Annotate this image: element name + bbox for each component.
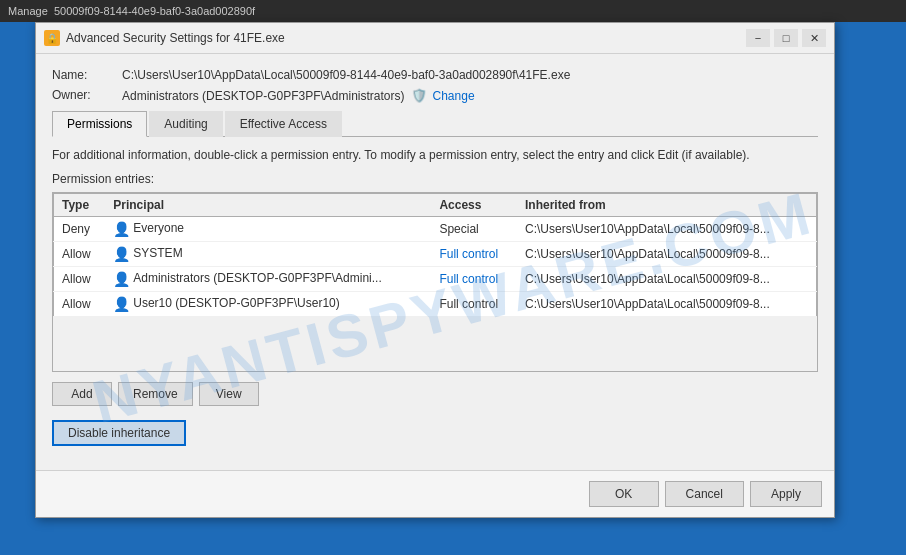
tab-content: For additional information, double-click… (52, 137, 818, 456)
permission-entries-label: Permission entries: (52, 172, 818, 186)
name-value: C:\Users\User10\AppData\Local\50009f09-8… (122, 68, 570, 82)
cell-type: Allow (54, 266, 106, 291)
shield-icon: 🛡️ (411, 88, 427, 103)
col-principal: Principal (105, 193, 431, 216)
cell-type: Allow (54, 241, 106, 266)
table-row[interactable]: Allow👤Administrators (DESKTOP-G0PF3PF\Ad… (54, 266, 817, 291)
col-access: Access (431, 193, 517, 216)
permission-table: Type Principal Access Inherited from Den… (53, 193, 817, 317)
taskbar-hint: Manage 50009f09-8144-40e9-baf0-3a0ad0028… (0, 0, 906, 22)
cell-access: Full control (431, 266, 517, 291)
title-bar: 🔒 Advanced Security Settings for 41FE.ex… (36, 23, 834, 54)
cancel-button[interactable]: Cancel (665, 481, 744, 507)
cell-access: Full control (431, 291, 517, 316)
cell-type: Deny (54, 216, 106, 241)
cell-principal: 👤Everyone (105, 216, 431, 241)
change-link[interactable]: Change (433, 89, 475, 103)
taskbar-manage: Manage (8, 5, 48, 17)
name-row: Name: C:\Users\User10\AppData\Local\5000… (52, 68, 818, 82)
cell-inherited: C:\Users\User10\AppData\Local\50009f09-8… (517, 241, 817, 266)
owner-text: Administrators (DESKTOP-G0PF3PF\Administ… (122, 89, 405, 103)
taskbar-guid: 50009f09-8144-40e9-baf0-3a0ad002890f (54, 5, 255, 17)
remove-button[interactable]: Remove (118, 382, 193, 406)
cell-inherited: C:\Users\User10\AppData\Local\50009f09-8… (517, 291, 817, 316)
cell-principal: 👤SYSTEM (105, 241, 431, 266)
user-icon: 👤 (113, 296, 129, 312)
tab-auditing[interactable]: Auditing (149, 111, 222, 137)
col-inherited: Inherited from (517, 193, 817, 216)
close-button[interactable]: ✕ (802, 29, 826, 47)
window-icon: 🔒 (44, 30, 60, 46)
title-controls: − □ ✕ (746, 29, 826, 47)
maximize-button[interactable]: □ (774, 29, 798, 47)
minimize-button[interactable]: − (746, 29, 770, 47)
cell-type: Allow (54, 291, 106, 316)
dialog-content: Name: C:\Users\User10\AppData\Local\5000… (36, 54, 834, 470)
action-buttons: Add Remove View (52, 382, 818, 406)
owner-row: Owner: Administrators (DESKTOP-G0PF3PF\A… (52, 88, 818, 103)
cell-inherited: C:\Users\User10\AppData\Local\50009f09-8… (517, 266, 817, 291)
tab-permissions[interactable]: Permissions (52, 111, 147, 137)
main-window: 🔒 Advanced Security Settings for 41FE.ex… (35, 22, 835, 518)
apply-button[interactable]: Apply (750, 481, 822, 507)
owner-value: Administrators (DESKTOP-G0PF3PF\Administ… (122, 88, 475, 103)
disable-inheritance-row: Disable inheritance (52, 420, 818, 446)
add-button[interactable]: Add (52, 382, 112, 406)
cell-access: Full control (431, 241, 517, 266)
cell-access: Special (431, 216, 517, 241)
window-title: Advanced Security Settings for 41FE.exe (66, 31, 285, 45)
col-type: Type (54, 193, 106, 216)
permission-table-wrapper: Type Principal Access Inherited from Den… (52, 192, 818, 372)
view-button[interactable]: View (199, 382, 259, 406)
tab-bar: Permissions Auditing Effective Access (52, 111, 818, 137)
user-icon: 👤 (113, 271, 129, 287)
table-row[interactable]: Deny👤EveryoneSpecialC:\Users\User10\AppD… (54, 216, 817, 241)
access-link[interactable]: Full control (439, 272, 498, 286)
tab-effective-access[interactable]: Effective Access (225, 111, 342, 137)
dialog-footer: OK Cancel Apply (36, 470, 834, 517)
cell-principal: 👤Administrators (DESKTOP-G0PF3PF\Admini.… (105, 266, 431, 291)
title-bar-left: 🔒 Advanced Security Settings for 41FE.ex… (44, 30, 285, 46)
user-icon: 👤 (113, 221, 129, 237)
name-label: Name: (52, 68, 122, 82)
owner-label: Owner: (52, 88, 122, 102)
access-link[interactable]: Full control (439, 247, 498, 261)
disable-inheritance-button[interactable]: Disable inheritance (52, 420, 186, 446)
user-icon: 👤 (113, 246, 129, 262)
cell-principal: 👤User10 (DESKTOP-G0PF3PF\User10) (105, 291, 431, 316)
ok-button[interactable]: OK (589, 481, 659, 507)
table-header-row: Type Principal Access Inherited from (54, 193, 817, 216)
cell-inherited: C:\Users\User10\AppData\Local\50009f09-8… (517, 216, 817, 241)
table-row[interactable]: Allow👤SYSTEMFull controlC:\Users\User10\… (54, 241, 817, 266)
table-row[interactable]: Allow👤User10 (DESKTOP-G0PF3PF\User10)Ful… (54, 291, 817, 316)
permission-description: For additional information, double-click… (52, 147, 818, 164)
